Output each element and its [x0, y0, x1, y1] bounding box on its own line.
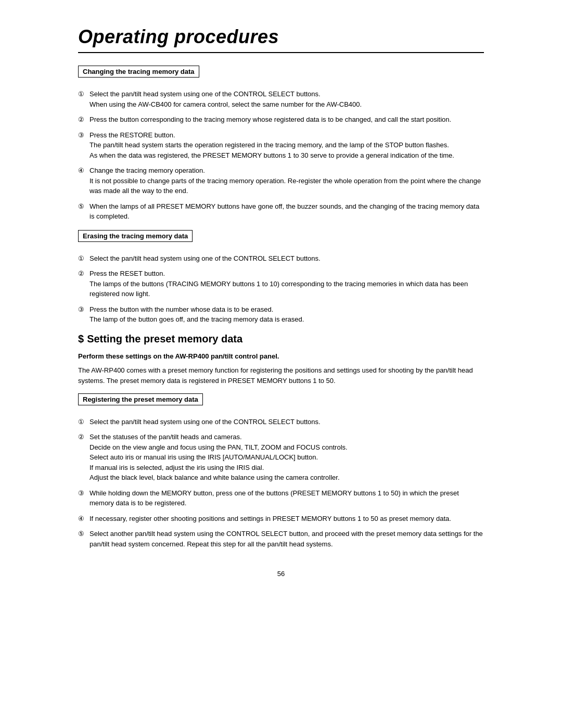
item-sub: If manual iris is selected, adjust the i…: [90, 464, 264, 471]
changing-section-header: Changing the tracing memory data: [78, 66, 484, 83]
preset-heading-text: Setting the preset memory data: [87, 333, 242, 345]
list-item: ② Press the button corresponding to the …: [78, 114, 484, 125]
list-item: ① Select the pan/tilt head system using …: [78, 253, 484, 264]
item-main: Select another pan/tilt head system usin…: [90, 530, 483, 548]
list-item: ⑤ Select another pan/tilt head system us…: [78, 529, 484, 549]
item-main: Select the pan/tilt head system using on…: [90, 254, 321, 262]
item-content: Select another pan/tilt head system usin…: [90, 529, 484, 549]
item-content: While holding down the MEMORY button, pr…: [90, 488, 484, 508]
preset-bold-line: Perform these settings on the AW-RP400 p…: [78, 352, 484, 360]
item-main: When the lamps of all PRESET MEMORY butt…: [90, 202, 479, 221]
erasing-section: Erasing the tracing memory data ① Select…: [78, 230, 484, 325]
item-content: Press the button corresponding to the tr…: [90, 114, 484, 125]
item-main: Select the pan/tilt head system using on…: [90, 90, 321, 98]
item-num: ①: [78, 417, 90, 427]
item-content: Select the pan/tilt head system using on…: [90, 417, 484, 427]
item-sub: When using the AW-CB400 for camera contr…: [90, 100, 362, 108]
list-item: ① Select the pan/tilt head system using …: [78, 417, 484, 427]
registering-items: ① Select the pan/tilt head system using …: [78, 417, 484, 550]
preset-section: $ Setting the preset memory data Perform…: [78, 333, 484, 550]
preset-paragraph: The AW-RP400 comes with a preset memory …: [78, 365, 484, 386]
item-main: Press the RESET button.: [90, 270, 165, 277]
item-sub: It is not possible to change parts of th…: [90, 177, 481, 195]
item-content: Select the pan/tilt head system using on…: [90, 89, 484, 109]
item-num: ⑤: [78, 201, 90, 212]
list-item: ② Set the statuses of the pan/tilt heads…: [78, 432, 484, 483]
list-item: ② Press the RESET button. The lamps of t…: [78, 269, 484, 299]
list-item: ④ Change the tracing memory operation. I…: [78, 165, 484, 196]
item-content: Change the tracing memory operation. It …: [90, 165, 484, 196]
page-container: Operating procedures Changing the tracin…: [47, 0, 515, 728]
registering-section-box: Registering the preset memory data: [78, 393, 203, 405]
list-item: ④ If necessary, register other shooting …: [78, 514, 484, 524]
item-content: Press the button with the number whose d…: [90, 304, 484, 325]
item-main: Change the tracing memory operation.: [90, 167, 205, 174]
list-item: ③ Press the RESTORE button. The pan/tilt…: [78, 130, 484, 161]
item-main: Press the RESTORE button.: [90, 131, 175, 139]
page-title: Operating procedures: [78, 26, 484, 48]
item-sub: The lamp of the button goes off, and the…: [90, 315, 304, 323]
changing-items: ① Select the pan/tilt head system using …: [78, 89, 484, 222]
list-item: ① Select the pan/tilt head system using …: [78, 89, 484, 109]
item-main: While holding down the MEMORY button, pr…: [90, 489, 459, 507]
item-sub: Decide on the view angle and focus using…: [90, 443, 348, 451]
item-num: ①: [78, 89, 90, 99]
item-main: Select the pan/tilt head system using on…: [90, 418, 321, 426]
registering-section-header: Registering the preset memory data: [78, 393, 484, 411]
item-num: ①: [78, 253, 90, 264]
erasing-section-box: Erasing the tracing memory data: [78, 230, 193, 242]
item-num: ②: [78, 114, 90, 125]
item-num: ③: [78, 488, 90, 499]
page-number: 56: [78, 570, 484, 578]
item-main: Press the button corresponding to the tr…: [90, 116, 451, 123]
preset-heading: $ Setting the preset memory data: [78, 333, 484, 345]
item-main: If necessary, register other shooting po…: [90, 515, 451, 522]
item-num: ②: [78, 269, 90, 279]
item-num: ③: [78, 130, 90, 141]
item-num: ④: [78, 514, 90, 524]
list-item: ③ While holding down the MEMORY button, …: [78, 488, 484, 508]
item-main: Press the button with the number whose d…: [90, 305, 273, 313]
item-sub: Adjust the black level, black balance an…: [90, 474, 340, 481]
item-num: ④: [78, 165, 90, 176]
item-num: ⑤: [78, 529, 90, 539]
item-content: When the lamps of all PRESET MEMORY butt…: [90, 201, 484, 222]
item-sub: As when the data was registered, the PRE…: [90, 151, 454, 159]
erasing-section-header: Erasing the tracing memory data: [78, 230, 484, 247]
item-content: If necessary, register other shooting po…: [90, 514, 484, 524]
item-content: Press the RESET button. The lamps of the…: [90, 269, 484, 299]
item-sub: The pan/tilt head system starts the oper…: [90, 141, 449, 149]
list-item: ③ Press the button with the number whose…: [78, 304, 484, 325]
item-content: Select the pan/tilt head system using on…: [90, 253, 484, 264]
item-content: Set the statuses of the pan/tilt heads a…: [90, 432, 484, 483]
erasing-items: ① Select the pan/tilt head system using …: [78, 253, 484, 325]
item-content: Press the RESTORE button. The pan/tilt h…: [90, 130, 484, 161]
item-num: ②: [78, 432, 90, 442]
dollar-sign: $: [78, 333, 84, 345]
item-num: ③: [78, 304, 90, 315]
item-sub: Select auto iris or manual iris using th…: [90, 453, 318, 461]
list-item: ⑤ When the lamps of all PRESET MEMORY bu…: [78, 201, 484, 222]
item-sub: The lamps of the buttons (TRACING MEMORY…: [90, 280, 468, 298]
title-divider: [78, 52, 484, 53]
changing-section-box: Changing the tracing memory data: [78, 66, 199, 78]
item-main: Set the statuses of the pan/tilt heads a…: [90, 433, 242, 441]
